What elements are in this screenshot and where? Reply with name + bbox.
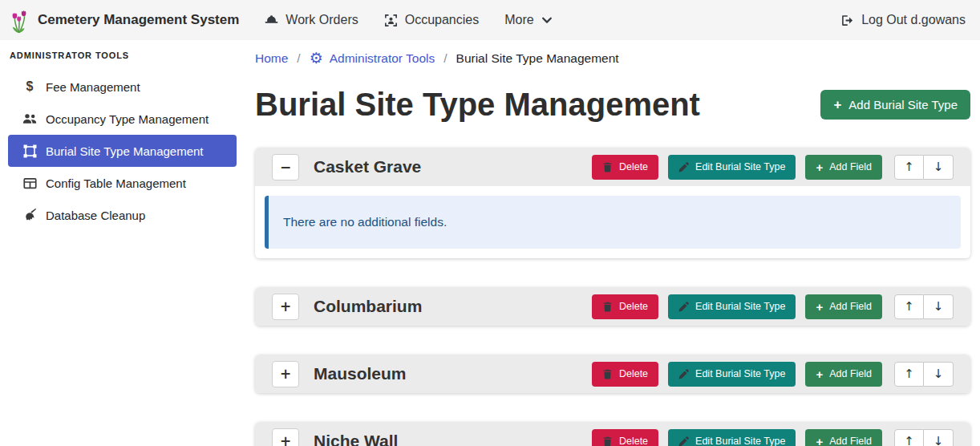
add-field-button[interactable]: +Add Field: [805, 362, 882, 387]
delete-label: Delete: [619, 436, 648, 446]
trash-icon: [602, 369, 613, 379]
plus-icon: +: [833, 98, 841, 112]
broom-icon: [22, 209, 38, 222]
add-field-button[interactable]: +Add Field: [805, 155, 882, 180]
plus-icon: +: [816, 301, 823, 313]
add-burial-site-type-button[interactable]: + Add Burial Site Type: [820, 90, 970, 120]
move-up-button[interactable]: ↑: [894, 362, 924, 387]
breadcrumb-label: Burial Site Type Management: [456, 51, 619, 66]
logout-label: Log Out d.gowans: [861, 13, 966, 27]
panel-toggle-button[interactable]: −: [272, 154, 299, 180]
add-field-button[interactable]: +Add Field: [805, 429, 882, 446]
main-content: Home/⚙Administrator Tools/Burial Site Ty…: [247, 40, 980, 446]
nav-link-occupancies[interactable]: Occupancies: [384, 13, 480, 27]
edit-label: Edit Burial Site Type: [695, 161, 785, 172]
panel-body: There are no additional fields.: [255, 186, 970, 258]
nav-link-more[interactable]: More: [504, 13, 552, 27]
nav-link-label: Work Orders: [285, 13, 358, 27]
nav-link-work-orders[interactable]: Work Orders: [265, 13, 358, 27]
people-icon: [22, 112, 38, 126]
panel-mausoleum: +MausoleumDeleteEdit Burial Site Type+Ad…: [255, 355, 970, 393]
panel-toggle-button[interactable]: +: [272, 294, 299, 320]
add-field-button[interactable]: +Add Field: [805, 294, 882, 319]
breadcrumb-item-administrator-tools[interactable]: ⚙Administrator Tools: [310, 51, 435, 66]
nav-link-label: Occupancies: [405, 13, 480, 27]
app-brand[interactable]: Cemetery Management System: [8, 6, 239, 34]
delete-button[interactable]: Delete: [592, 429, 658, 446]
sidebar-item-database-cleanup[interactable]: Database Cleanup: [8, 199, 237, 231]
panel-actions: DeleteEdit Burial Site Type+Add Field↑↓: [592, 362, 954, 387]
move-up-button[interactable]: ↑: [894, 429, 924, 446]
logout-icon: [840, 14, 854, 27]
panel-casket-grave: −Casket GraveDeleteEdit Burial Site Type…: [255, 148, 970, 258]
chevron-down-icon: [541, 14, 553, 26]
delete-button[interactable]: Delete: [592, 294, 658, 319]
move-down-button[interactable]: ↓: [924, 294, 954, 319]
trash-icon: [602, 436, 613, 446]
edit-burial-site-type-button[interactable]: Edit Burial Site Type: [668, 429, 796, 446]
move-down-button[interactable]: ↓: [924, 362, 954, 387]
app-title: Cemetery Management System: [38, 12, 239, 28]
delete-label: Delete: [619, 161, 648, 172]
dollar-icon: $: [22, 80, 38, 93]
breadcrumb-separator: /: [297, 51, 300, 66]
nav-link-label: More: [504, 13, 533, 27]
sidebar-item-label: Fee Management: [46, 80, 140, 94]
breadcrumb-item-home[interactable]: Home: [255, 51, 288, 66]
panel-title: Casket Grave: [314, 157, 421, 176]
move-up-button[interactable]: ↑: [894, 294, 924, 319]
pencil-icon: [678, 302, 689, 312]
sidebar-item-burial-site-type-management[interactable]: Burial Site Type Management: [8, 135, 237, 167]
sidebar-item-label: Occupancy Type Management: [46, 112, 209, 126]
panel-actions: DeleteEdit Burial Site Type+Add Field↑↓: [592, 155, 954, 180]
move-down-button[interactable]: ↓: [924, 155, 954, 180]
panel-title: Niche Wall: [314, 432, 398, 446]
no-fields-alert: There are no additional fields.: [265, 196, 961, 249]
edit-label: Edit Burial Site Type: [695, 368, 785, 379]
plus-icon: +: [816, 161, 823, 173]
plus-icon: +: [816, 436, 823, 446]
burial-site-type-list: −Casket GraveDeleteEdit Burial Site Type…: [255, 148, 970, 446]
panel-header: −Casket GraveDeleteEdit Burial Site Type…: [255, 148, 970, 186]
delete-button[interactable]: Delete: [592, 362, 658, 387]
panel-toggle-button[interactable]: +: [272, 361, 299, 387]
sidebar: Administrator Tools $Fee ManagementOccup…: [0, 40, 247, 446]
sidebar-nav: $Fee ManagementOccupancy Type Management…: [0, 71, 247, 231]
trash-icon: [602, 302, 613, 312]
add-field-label: Add Field: [829, 368, 872, 379]
reorder-group: ↑↓: [894, 362, 954, 387]
delete-button[interactable]: Delete: [592, 155, 658, 180]
panel-actions: DeleteEdit Burial Site Type+Add Field↑↓: [592, 294, 954, 319]
sidebar-item-occupancy-type-management[interactable]: Occupancy Type Management: [8, 103, 237, 135]
sidebar-item-label: Config Table Management: [46, 176, 186, 190]
top-navbar: Cemetery Management System Work OrdersOc…: [0, 0, 980, 40]
add-field-label: Add Field: [829, 161, 872, 172]
move-up-button[interactable]: ↑: [894, 155, 924, 180]
tulip-logo-icon: [8, 6, 30, 34]
trash-icon: [602, 162, 613, 172]
reorder-group: ↑↓: [894, 429, 954, 446]
delete-label: Delete: [619, 368, 648, 379]
breadcrumb: Home/⚙Administrator Tools/Burial Site Ty…: [255, 51, 970, 66]
add-burial-site-type-label: Add Burial Site Type: [848, 98, 958, 112]
edit-burial-site-type-button[interactable]: Edit Burial Site Type: [668, 294, 796, 319]
sidebar-item-fee-management[interactable]: $Fee Management: [8, 71, 237, 103]
edit-label: Edit Burial Site Type: [695, 436, 785, 446]
navbar-links: Work OrdersOccupanciesMore: [265, 13, 552, 27]
sidebar-item-config-table-management[interactable]: Config Table Management: [8, 167, 237, 199]
panel-header: +MausoleumDeleteEdit Burial Site Type+Ad…: [255, 355, 970, 393]
plus-icon: +: [816, 368, 823, 380]
bounding-box-icon: [22, 144, 38, 158]
pencil-icon: [678, 369, 689, 379]
page-title: Burial Site Type Management: [255, 85, 700, 124]
panel-actions: DeleteEdit Burial Site Type+Add Field↑↓: [592, 429, 954, 446]
move-down-button[interactable]: ↓: [924, 429, 954, 446]
pencil-icon: [678, 162, 689, 172]
panel-header: +ColumbariumDeleteEdit Burial Site Type+…: [255, 287, 970, 326]
reorder-group: ↑↓: [894, 155, 954, 180]
edit-burial-site-type-button[interactable]: Edit Burial Site Type: [668, 362, 796, 387]
panel-toggle-button[interactable]: +: [272, 428, 299, 446]
logout-button[interactable]: Log Out d.gowans: [840, 13, 966, 27]
gear-icon: ⚙: [310, 51, 323, 66]
edit-burial-site-type-button[interactable]: Edit Burial Site Type: [668, 155, 796, 180]
